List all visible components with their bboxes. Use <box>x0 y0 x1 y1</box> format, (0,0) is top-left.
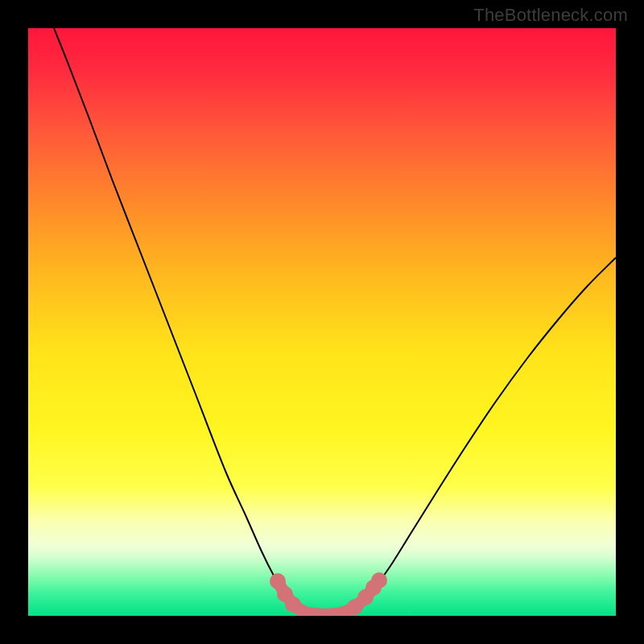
bottleneck-chart <box>28 28 616 616</box>
gradient-background <box>28 28 616 616</box>
plot-area <box>28 28 616 616</box>
optimal-zone-knot <box>371 572 387 588</box>
chart-frame: TheBottleneck.com <box>0 0 644 644</box>
optimal-zone-knot <box>285 597 301 613</box>
watermark-text: TheBottleneck.com <box>473 5 628 26</box>
